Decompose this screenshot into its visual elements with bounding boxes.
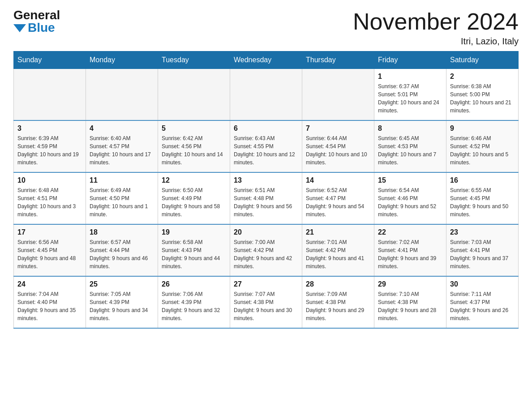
calendar-day-cell: 16Sunrise: 6:55 AM Sunset: 4:45 PM Dayli… <box>446 172 519 224</box>
calendar-day-cell: 11Sunrise: 6:49 AM Sunset: 4:50 PM Dayli… <box>86 172 158 224</box>
day-info: Sunrise: 7:11 AM Sunset: 4:37 PM Dayligh… <box>450 290 515 322</box>
logo-blue-text: Blue <box>28 21 55 34</box>
day-number: 1 <box>378 73 442 81</box>
calendar-day-cell: 29Sunrise: 7:10 AM Sunset: 4:38 PM Dayli… <box>374 276 446 328</box>
day-info: Sunrise: 6:44 AM Sunset: 4:54 PM Dayligh… <box>306 134 370 167</box>
day-info: Sunrise: 6:56 AM Sunset: 4:45 PM Dayligh… <box>17 238 82 270</box>
calendar-week-row: 10Sunrise: 6:48 AM Sunset: 4:51 PM Dayli… <box>14 172 519 224</box>
calendar-day-cell: 18Sunrise: 6:57 AM Sunset: 4:44 PM Dayli… <box>86 224 158 276</box>
day-info: Sunrise: 6:55 AM Sunset: 4:45 PM Dayligh… <box>450 186 515 218</box>
calendar-day-cell: 17Sunrise: 6:56 AM Sunset: 4:45 PM Dayli… <box>14 224 86 276</box>
calendar-day-cell: 25Sunrise: 7:05 AM Sunset: 4:39 PM Dayli… <box>86 276 158 328</box>
day-number: 16 <box>450 176 515 184</box>
day-number: 10 <box>17 176 82 184</box>
day-number: 3 <box>17 124 82 133</box>
calendar-table: SundayMondayTuesdayWednesdayThursdayFrid… <box>13 51 519 329</box>
day-info: Sunrise: 7:04 AM Sunset: 4:40 PM Dayligh… <box>17 290 82 322</box>
day-number: 24 <box>17 280 82 288</box>
day-info: Sunrise: 6:39 AM Sunset: 4:59 PM Dayligh… <box>17 134 82 167</box>
day-info: Sunrise: 6:40 AM Sunset: 4:57 PM Dayligh… <box>90 134 154 167</box>
day-info: Sunrise: 7:02 AM Sunset: 4:41 PM Dayligh… <box>378 238 442 270</box>
day-number: 6 <box>234 124 298 133</box>
day-number: 13 <box>234 176 298 184</box>
day-number: 23 <box>450 228 515 236</box>
weekday-header-row: SundayMondayTuesdayWednesdayThursdayFrid… <box>14 51 519 69</box>
day-number: 2 <box>450 73 515 81</box>
day-info: Sunrise: 7:03 AM Sunset: 4:41 PM Dayligh… <box>450 238 515 270</box>
calendar-title: November 2024 <box>353 9 519 34</box>
calendar-day-cell: 23Sunrise: 7:03 AM Sunset: 4:41 PM Dayli… <box>446 224 519 276</box>
day-number: 19 <box>162 228 226 236</box>
calendar-day-cell <box>230 69 302 121</box>
calendar-day-cell: 27Sunrise: 7:07 AM Sunset: 4:38 PM Dayli… <box>230 276 302 328</box>
day-info: Sunrise: 6:48 AM Sunset: 4:51 PM Dayligh… <box>17 186 82 218</box>
calendar-day-cell: 12Sunrise: 6:50 AM Sunset: 4:49 PM Dayli… <box>158 172 230 224</box>
calendar-day-cell: 7Sunrise: 6:44 AM Sunset: 4:54 PM Daylig… <box>302 120 374 172</box>
weekday-header-saturday: Saturday <box>446 51 519 69</box>
logo-general-text: General <box>13 9 60 21</box>
calendar-day-cell: 14Sunrise: 6:52 AM Sunset: 4:47 PM Dayli… <box>302 172 374 224</box>
day-number: 30 <box>450 280 515 288</box>
day-info: Sunrise: 6:52 AM Sunset: 4:47 PM Dayligh… <box>306 186 370 218</box>
day-number: 28 <box>306 280 370 288</box>
page-header: General Blue November 2024 Itri, Lazio, … <box>13 9 519 47</box>
day-info: Sunrise: 6:46 AM Sunset: 4:52 PM Dayligh… <box>450 134 515 167</box>
day-info: Sunrise: 6:57 AM Sunset: 4:44 PM Dayligh… <box>90 238 154 270</box>
day-number: 22 <box>378 228 442 236</box>
day-number: 7 <box>306 124 370 133</box>
day-number: 11 <box>90 176 154 184</box>
day-info: Sunrise: 6:49 AM Sunset: 4:50 PM Dayligh… <box>90 186 154 218</box>
day-number: 21 <box>306 228 370 236</box>
day-info: Sunrise: 7:10 AM Sunset: 4:38 PM Dayligh… <box>378 290 442 322</box>
day-info: Sunrise: 6:51 AM Sunset: 4:48 PM Dayligh… <box>234 186 298 218</box>
calendar-subtitle: Itri, Lazio, Italy <box>353 36 519 47</box>
day-number: 15 <box>378 176 442 184</box>
weekday-header-thursday: Thursday <box>302 51 374 69</box>
calendar-day-cell: 21Sunrise: 7:01 AM Sunset: 4:42 PM Dayli… <box>302 224 374 276</box>
day-number: 17 <box>17 228 82 236</box>
calendar-day-cell: 6Sunrise: 6:43 AM Sunset: 4:55 PM Daylig… <box>230 120 302 172</box>
day-info: Sunrise: 6:50 AM Sunset: 4:49 PM Dayligh… <box>162 186 226 218</box>
calendar-day-cell: 3Sunrise: 6:39 AM Sunset: 4:59 PM Daylig… <box>14 120 86 172</box>
weekday-header-monday: Monday <box>86 51 158 69</box>
day-info: Sunrise: 7:01 AM Sunset: 4:42 PM Dayligh… <box>306 238 370 270</box>
calendar-week-row: 17Sunrise: 6:56 AM Sunset: 4:45 PM Dayli… <box>14 224 519 276</box>
calendar-day-cell: 2Sunrise: 6:38 AM Sunset: 5:00 PM Daylig… <box>446 69 519 121</box>
calendar-day-cell: 15Sunrise: 6:54 AM Sunset: 4:46 PM Dayli… <box>374 172 446 224</box>
day-info: Sunrise: 6:42 AM Sunset: 4:56 PM Dayligh… <box>162 134 226 167</box>
calendar-day-cell: 30Sunrise: 7:11 AM Sunset: 4:37 PM Dayli… <box>446 276 519 328</box>
day-number: 26 <box>162 280 226 288</box>
calendar-day-cell <box>14 69 86 121</box>
day-info: Sunrise: 7:09 AM Sunset: 4:38 PM Dayligh… <box>306 290 370 322</box>
calendar-day-cell: 5Sunrise: 6:42 AM Sunset: 4:56 PM Daylig… <box>158 120 230 172</box>
day-number: 12 <box>162 176 226 184</box>
logo-arrow-icon <box>13 24 26 32</box>
day-info: Sunrise: 7:06 AM Sunset: 4:39 PM Dayligh… <box>162 290 226 322</box>
day-info: Sunrise: 6:37 AM Sunset: 5:01 PM Dayligh… <box>378 82 442 115</box>
weekday-header-sunday: Sunday <box>14 51 86 69</box>
day-info: Sunrise: 6:38 AM Sunset: 5:00 PM Dayligh… <box>450 82 515 115</box>
calendar-day-cell: 28Sunrise: 7:09 AM Sunset: 4:38 PM Dayli… <box>302 276 374 328</box>
calendar-day-cell: 26Sunrise: 7:06 AM Sunset: 4:39 PM Dayli… <box>158 276 230 328</box>
weekday-header-friday: Friday <box>374 51 446 69</box>
calendar-week-row: 24Sunrise: 7:04 AM Sunset: 4:40 PM Dayli… <box>14 276 519 328</box>
calendar-day-cell <box>302 69 374 121</box>
day-info: Sunrise: 6:54 AM Sunset: 4:46 PM Dayligh… <box>378 186 442 218</box>
day-number: 8 <box>378 124 442 133</box>
day-info: Sunrise: 7:05 AM Sunset: 4:39 PM Dayligh… <box>90 290 154 322</box>
logo: General Blue <box>13 9 60 34</box>
day-number: 14 <box>306 176 370 184</box>
calendar-day-cell: 13Sunrise: 6:51 AM Sunset: 4:48 PM Dayli… <box>230 172 302 224</box>
day-number: 5 <box>162 124 226 133</box>
day-info: Sunrise: 7:07 AM Sunset: 4:38 PM Dayligh… <box>234 290 298 322</box>
calendar-day-cell: 24Sunrise: 7:04 AM Sunset: 4:40 PM Dayli… <box>14 276 86 328</box>
calendar-day-cell <box>158 69 230 121</box>
day-number: 9 <box>450 124 515 133</box>
calendar-day-cell: 8Sunrise: 6:45 AM Sunset: 4:53 PM Daylig… <box>374 120 446 172</box>
logo-blue-row: Blue <box>13 21 55 34</box>
calendar-day-cell <box>86 69 158 121</box>
day-info: Sunrise: 7:00 AM Sunset: 4:42 PM Dayligh… <box>234 238 298 270</box>
day-number: 18 <box>90 228 154 236</box>
day-number: 27 <box>234 280 298 288</box>
calendar-day-cell: 20Sunrise: 7:00 AM Sunset: 4:42 PM Dayli… <box>230 224 302 276</box>
